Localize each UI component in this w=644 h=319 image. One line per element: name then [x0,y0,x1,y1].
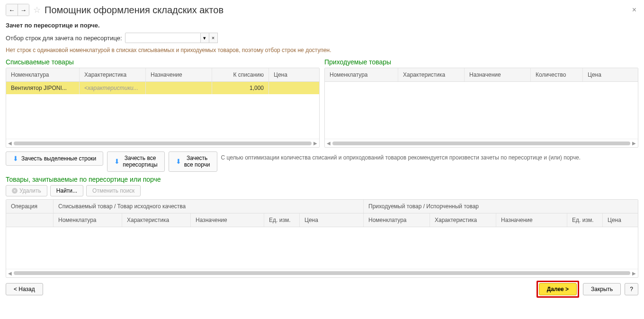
col-header-empty [6,213,54,227]
arrow-down-icon: ⬇ [114,158,120,165]
cell-quantity: 1,000 [212,82,269,94]
close-button[interactable]: Закрыть [583,283,621,295]
arrow-left-icon: ← [9,7,15,14]
favorite-star-icon[interactable]: ☆ [33,5,41,15]
button-label: Зачестьвсе порчи [184,155,210,168]
help-button[interactable]: ? [625,283,638,295]
delete-button[interactable]: × Удалить [6,185,47,196]
chevron-down-icon: ▾ [203,35,206,41]
scroll-right-icon: ▶ [632,141,636,146]
col-header[interactable]: Цена [269,68,319,81]
nav-forward-button[interactable]: → [18,4,29,16]
find-button[interactable]: Найти... [50,185,83,196]
highlight-frame: Далее > [537,281,579,298]
col-header[interactable]: Назначение [465,68,531,81]
scroll-track [14,271,630,275]
horizontal-scrollbar[interactable]: ◀ ▶ [6,139,319,147]
scroll-left-icon: ◀ [8,141,12,146]
horizontal-scrollbar[interactable]: ◀ ▶ [325,139,638,147]
col-header[interactable]: Цена [603,213,638,227]
button-label: Зачесть всепересортицы [123,155,157,168]
arrow-down-icon: ⬇ [13,155,18,162]
col-header[interactable]: Номенклатура [6,68,80,81]
table-row[interactable]: Вентилятор JIPONI... <характеристики... … [6,82,319,94]
col-header[interactable]: Операция [6,200,54,213]
scroll-left-icon: ◀ [8,271,12,276]
scroll-track [332,142,630,145]
col-header[interactable]: Ед. изм. [264,213,300,227]
col-header[interactable]: Характеристика [122,213,191,227]
col-header[interactable]: Характеристика [430,213,496,227]
delete-x-icon: × [12,188,18,194]
cell-characteristic: <характеристики... [80,82,146,94]
right-panel-title: Приходуемые товары [324,58,638,66]
col-header[interactable]: Номенклатура [364,213,430,227]
col-header[interactable]: К списанию [212,68,269,81]
cancel-search-button[interactable]: Отменить поиск [86,185,141,196]
scroll-right-icon: ▶ [313,141,317,146]
cell-assignment [146,82,212,94]
col-header[interactable]: Назначение [191,213,264,227]
nav-back-button[interactable]: ← [6,4,18,16]
cell-nomenclature: Вентилятор JIPONI... [6,82,80,94]
left-panel-title: Списываемые товары [6,58,320,66]
offset-all-resort-button[interactable]: ⬇ Зачесть всепересортицы [107,151,164,172]
filter-label: Отбор строк для зачета по пересортице: [6,35,122,42]
filter-clear-button[interactable]: × [209,33,218,43]
scroll-right-icon: ▶ [632,271,636,276]
col-header[interactable]: Приходуемый товар / Испорченный товар [364,200,638,213]
writeoff-table: Номенклатура Характеристика Назначение К… [6,68,320,148]
col-header[interactable]: Номенклатура [54,213,122,227]
button-label: Удалить [19,187,41,194]
scroll-left-icon: ◀ [327,141,331,146]
col-header[interactable]: Номенклатура [325,68,398,81]
warning-text: Нет строк с одинаковой номенклатурой в с… [6,47,638,53]
filter-dropdown-button[interactable]: ▾ [201,33,209,43]
nav-buttons: ← → [6,4,29,16]
col-header[interactable]: Назначение [496,213,567,227]
back-button[interactable]: < Назад [6,283,43,295]
arrow-right-icon: → [20,7,27,14]
next-button[interactable]: Далее > [539,283,577,295]
col-header[interactable]: Количество [531,68,583,81]
close-icon[interactable]: × [630,6,638,14]
horizontal-scrollbar[interactable]: ◀ ▶ [6,269,638,277]
hint-text: С целью оптимизации количества списаний … [221,151,638,161]
page-title: Помощник оформления складских актов [45,5,224,16]
scroll-track [14,142,312,145]
col-header[interactable]: Характеристика [80,68,146,81]
bottom-section-title: Товары, зачитываемые по пересортице или … [6,176,638,183]
section-heading: Зачет по пересортице и порче. [6,22,638,29]
filter-input-group: ▾ × [125,33,218,43]
offset-all-spoilage-button[interactable]: ⬇ Зачестьвсе порчи [169,151,217,172]
offset-table: Операция Списываемый товар / Товар исход… [6,199,638,278]
col-header[interactable]: Назначение [146,68,212,81]
button-label: Зачесть выделенные строки [21,155,96,162]
incoming-table: Номенклатура Характеристика Назначение К… [324,68,638,148]
col-header[interactable]: Характеристика [398,68,465,81]
arrow-down-icon: ⬇ [176,158,181,165]
col-header[interactable]: Списываемый товар / Товар исходного каче… [54,200,364,213]
col-header[interactable]: Ед. изм. [567,213,603,227]
col-header[interactable]: Цена [583,68,638,81]
filter-input[interactable] [125,33,201,43]
cell-price [269,82,319,94]
offset-selected-button[interactable]: ⬇ Зачесть выделенные строки [6,151,103,166]
clear-x-icon: × [212,35,215,41]
col-header[interactable]: Цена [300,213,364,227]
